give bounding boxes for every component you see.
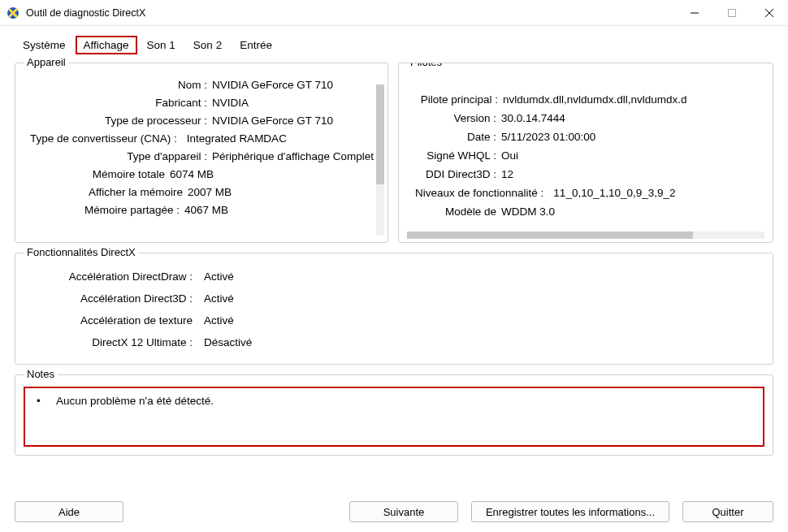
pilotes-hscrollbar[interactable] xyxy=(407,231,764,239)
minimize-button[interactable] xyxy=(676,0,713,26)
svg-rect-1 xyxy=(729,9,736,16)
pilotes-hscrollbar-thumb[interactable] xyxy=(407,231,693,239)
titlebar: Outil de diagnostic DirectX xyxy=(0,0,788,26)
label-nom: Nom : xyxy=(24,78,212,92)
label-proc: Type de processeur : xyxy=(24,114,212,128)
tab-entree[interactable]: Entrée xyxy=(232,36,280,54)
close-button[interactable] xyxy=(751,0,788,26)
notes-box: • Aucun problème n'a été détecté. xyxy=(24,387,764,447)
label-memshared: Mémoire partagée : xyxy=(24,203,184,217)
value-version: 30.0.14.7444 xyxy=(501,111,565,125)
group-appareil-legend: Appareil xyxy=(24,56,69,68)
value-devtype: Périphérique d'affichage Complet xyxy=(212,149,374,163)
group-appareil: Appareil Nom :NVIDIA GeForce GT 710 Fabr… xyxy=(15,63,388,243)
tab-affichage[interactable]: Affichage xyxy=(76,36,137,54)
next-button[interactable]: Suivante xyxy=(349,501,458,522)
label-date: Date : xyxy=(407,130,501,144)
label-memdisplay: Afficher la mémoire xyxy=(24,185,188,199)
quit-button[interactable]: Quitter xyxy=(682,501,773,522)
label-ult: DirectX 12 Ultimate : xyxy=(24,335,197,349)
value-principal: nvldumdx.dll,nvldumdx.dll,nvldumdx.d xyxy=(503,93,687,106)
label-principal: Pilote principal : xyxy=(407,93,503,106)
value-proc: NVIDIA GeForce GT 710 xyxy=(212,114,333,128)
group-notes: Notes • Aucun problème n'a été détecté. xyxy=(15,374,773,456)
label-conv: Type de convertisseur (CNA) : xyxy=(24,132,182,145)
value-memdisplay: 2007 MB xyxy=(188,185,232,199)
tab-son2[interactable]: Son 2 xyxy=(185,36,230,54)
tab-bar: Système Affichage Son 1 Son 2 Entrée xyxy=(0,26,788,54)
value-d3d: Activé xyxy=(197,292,234,305)
help-button[interactable]: Aide xyxy=(15,501,123,522)
label-memtotal: Mémoire totale xyxy=(24,167,170,181)
button-row: Aide Suivante Enregistrer toutes les inf… xyxy=(15,501,773,522)
label-tex: Accélération de texture xyxy=(24,314,197,327)
label-devtype: Type d'appareil : xyxy=(24,149,212,163)
value-model: WDDM 3.0 xyxy=(501,205,555,218)
value-whql: Oui xyxy=(501,149,518,162)
group-pilotes: Pilotes Pilote principal :nvldumdx.dll,n… xyxy=(398,63,773,243)
save-all-button[interactable]: Enregistrer toutes les informations... xyxy=(471,501,669,522)
maximize-button[interactable] xyxy=(713,0,751,26)
value-tex: Activé xyxy=(197,314,234,327)
label-version: Version : xyxy=(407,111,501,125)
window-title: Outil de diagnostic DirectX xyxy=(26,7,145,19)
group-pilotes-legend: Pilotes xyxy=(407,63,445,68)
label-d3d: Accélération Direct3D : xyxy=(24,292,197,305)
value-ddi: 12 xyxy=(501,167,513,181)
notes-text: Aucun problème n'a été détecté. xyxy=(56,395,214,407)
bullet-icon: • xyxy=(37,395,56,407)
group-notes-legend: Notes xyxy=(24,368,58,380)
value-nom: NVIDIA GeForce GT 710 xyxy=(212,78,333,92)
label-dd: Accélération DirectDraw : xyxy=(24,270,197,283)
value-memshared: 4067 MB xyxy=(184,203,228,217)
value-fabricant: NVIDIA xyxy=(212,96,249,110)
tab-systeme[interactable]: Système xyxy=(15,36,74,54)
group-directx: Fonctionnalités DirectX Accélération Dir… xyxy=(15,253,773,365)
value-dd: Activé xyxy=(197,270,234,283)
label-whql: Signé WHQL : xyxy=(407,149,501,162)
group-directx-legend: Fonctionnalités DirectX xyxy=(24,246,139,258)
dxdiag-icon xyxy=(6,6,19,19)
window-controls xyxy=(676,0,788,26)
notes-item: • Aucun problème n'a été détecté. xyxy=(37,395,751,407)
value-feature: 11_0,10_1,10_0,9_3,9_2 xyxy=(548,186,675,200)
appareil-scrollbar-thumb[interactable] xyxy=(376,84,384,184)
label-fabricant: Fabricant : xyxy=(24,96,212,110)
value-date: 5/11/2023 01:00:00 xyxy=(501,130,595,144)
value-memtotal: 6074 MB xyxy=(170,167,214,181)
appareil-scrollbar[interactable] xyxy=(376,84,384,236)
label-feature: Niveaux de fonctionnalité : xyxy=(407,186,548,200)
tab-son1[interactable]: Son 1 xyxy=(139,36,184,54)
label-model: Modèle de xyxy=(407,205,501,218)
value-ult: Désactivé xyxy=(197,335,252,349)
value-conv: Integrated RAMDAC xyxy=(182,132,287,145)
label-ddi: DDI Direct3D : xyxy=(407,167,501,181)
